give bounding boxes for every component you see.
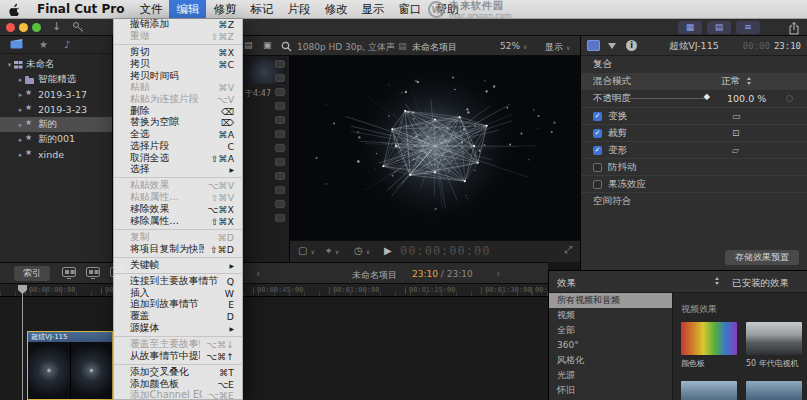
timeline-ruler[interactable]: 00:00:00:0000:00:15:0000:00:30:0000:00:4… bbox=[0, 284, 548, 297]
menu-item[interactable]: 追加到故事情节 E bbox=[114, 299, 242, 311]
effect-thumbnail[interactable] bbox=[681, 381, 737, 400]
menubar-menu[interactable]: 片段 bbox=[280, 0, 317, 18]
menubar-menu[interactable]: 显示 bbox=[354, 0, 391, 18]
sidebar-item[interactable]: 智能精选 bbox=[0, 72, 112, 87]
menu-item[interactable]: 取消全选 ⇧⌘A bbox=[114, 152, 242, 164]
effect-thumbnail[interactable]: 颜色板 bbox=[681, 322, 737, 369]
tool-mode-icon[interactable]: ▭ bbox=[732, 111, 741, 121]
tab-photos-icon[interactable]: ★ bbox=[39, 40, 48, 50]
tool-mode-icon[interactable]: ⊡ bbox=[732, 128, 740, 138]
effects-category-item[interactable]: 光源 bbox=[549, 368, 672, 383]
sidebar-item[interactable]: 新的001 bbox=[0, 132, 112, 147]
sidebar-item[interactable]: xinde bbox=[0, 147, 112, 162]
effect-checkbox[interactable] bbox=[593, 180, 602, 189]
effects-category-item[interactable]: 风格化 bbox=[549, 353, 672, 368]
import-media-icon[interactable]: ↓ bbox=[52, 20, 61, 33]
retime-popup-icon[interactable]: ◷∨ bbox=[354, 245, 370, 256]
effects-popup-icon[interactable]: ⌖∨ bbox=[326, 245, 339, 257]
inspector-row[interactable]: 果冻效应 bbox=[581, 175, 807, 192]
menu-item[interactable]: 粘贴 ⌘V bbox=[114, 82, 242, 94]
effects-category-item[interactable]: 所有视频和音频 bbox=[549, 293, 672, 308]
menu-item[interactable]: 拷贝 ⌘C bbox=[114, 59, 242, 71]
menu-item[interactable]: 将项目复制为快照 ⇧⌘D bbox=[114, 243, 242, 255]
menu-item[interactable]: 选择片段 C bbox=[114, 140, 242, 152]
inspector-row[interactable]: 变换 ▭ bbox=[581, 107, 807, 124]
monitor-icon[interactable] bbox=[86, 267, 100, 277]
menu-item[interactable]: 插入 W bbox=[114, 287, 242, 299]
disclosure-triangle-icon[interactable] bbox=[16, 151, 25, 159]
menu-item[interactable]: 连接到主要故事情节 Q bbox=[114, 276, 242, 288]
close-window-button[interactable] bbox=[6, 23, 15, 32]
menu-item[interactable]: 全选 ⌘A bbox=[114, 129, 242, 141]
menu-item[interactable]: 粘贴属性… ⇧⌘V bbox=[114, 192, 242, 204]
effect-thumbnail[interactable] bbox=[746, 381, 802, 400]
viewer-canvas[interactable] bbox=[290, 56, 580, 240]
clip-appearance-icon[interactable]: ▤ bbox=[244, 40, 253, 50]
inspector-row[interactable]: 裁剪 ⊡ bbox=[581, 124, 807, 141]
playhead[interactable] bbox=[22, 285, 23, 400]
inspector-row[interactable]: 复合 bbox=[581, 56, 807, 73]
show-inspector-button[interactable]: ≡ bbox=[736, 21, 760, 34]
keyword-editor-icon[interactable] bbox=[72, 21, 84, 36]
menu-item[interactable]: 覆盖至主要故事情节 ⌥⌘↓ bbox=[114, 339, 242, 351]
timeline-clip[interactable]: 超炫VJ-115 bbox=[27, 331, 113, 400]
apple-menu-icon[interactable] bbox=[0, 0, 29, 18]
menu-item[interactable]: 选择 ▶ bbox=[114, 164, 242, 176]
app-name[interactable]: Final Cut Pro bbox=[29, 0, 132, 18]
menu-item[interactable]: 粘贴为连接片段 ⌥V bbox=[114, 94, 242, 106]
menubar-menu[interactable]: 标记 bbox=[243, 0, 280, 18]
menu-item[interactable]: 移除效果 ⌥⌘X bbox=[114, 204, 242, 216]
inspector-row[interactable]: 不透明度 100.0 % bbox=[581, 90, 807, 107]
effect-thumbnail[interactable]: 50 年代电视机 bbox=[746, 322, 802, 369]
effects-category-item[interactable]: 视频 bbox=[549, 308, 672, 323]
sidebar-item[interactable]: 新的 bbox=[0, 117, 112, 132]
sidebar-item[interactable]: 未命名 bbox=[0, 57, 112, 72]
fullscreen-icon[interactable]: ⤢ bbox=[564, 244, 572, 256]
menubar-menu[interactable]: 窗口 bbox=[391, 0, 428, 18]
save-effects-preset-button[interactable]: 存储效果预置 bbox=[725, 250, 799, 265]
disclosure-triangle-icon[interactable] bbox=[5, 61, 14, 69]
menu-item[interactable]: 拷贝时间码 bbox=[114, 70, 242, 82]
menubar-menu[interactable]: 修剪 bbox=[206, 0, 243, 18]
menu-item[interactable]: 源媒体 ▶ bbox=[114, 322, 242, 334]
menu-item[interactable]: 删除 ⌫ bbox=[114, 105, 242, 117]
viewer-view-popup[interactable]: 显示∨ bbox=[545, 41, 570, 54]
disclosure-triangle-icon[interactable] bbox=[16, 121, 25, 129]
play-button[interactable]: ▶ bbox=[384, 245, 392, 256]
viewer-zoom-popup[interactable]: 52%∨ bbox=[500, 41, 527, 51]
menu-item[interactable]: 从故事情节中提取 ⌥⌘↑ bbox=[114, 350, 242, 362]
tab-music-icon[interactable]: ♪ bbox=[64, 40, 70, 50]
zoom-window-button[interactable] bbox=[32, 23, 41, 32]
disclosure-triangle-icon[interactable] bbox=[16, 91, 25, 99]
menu-item[interactable]: 替换为空隙 ⌦ bbox=[114, 117, 242, 129]
keyframe-reset-icon[interactable] bbox=[786, 95, 793, 102]
show-timeline-button[interactable]: ▤ bbox=[707, 21, 731, 34]
popup-stepper-icon[interactable] bbox=[747, 77, 751, 85]
menu-item[interactable]: 剪切 ⌘X bbox=[114, 47, 242, 59]
inspector-row[interactable]: 空间符合 bbox=[581, 192, 807, 209]
menu-item[interactable]: 覆盖 D bbox=[114, 311, 242, 323]
menubar-menu[interactable]: 编辑 bbox=[169, 0, 206, 18]
effects-category-item[interactable]: 全部 bbox=[549, 323, 672, 338]
tool-mode-icon[interactable]: ▱ bbox=[732, 145, 739, 155]
menu-item[interactable]: 关键帧 ▶ bbox=[114, 259, 242, 271]
menu-item[interactable]: 粘贴效果 ⌥⌘V bbox=[114, 180, 242, 192]
timeline-track-area[interactable]: 超炫VJ-115 bbox=[0, 297, 548, 400]
effect-checkbox[interactable] bbox=[593, 146, 602, 155]
effect-checkbox[interactable] bbox=[593, 163, 602, 172]
next-project-arrow[interactable]: › bbox=[496, 267, 500, 280]
effect-checkbox[interactable] bbox=[593, 112, 602, 121]
menubar-menu[interactable]: 文件 bbox=[132, 0, 169, 18]
inspector-row[interactable]: 变形 ▱ bbox=[581, 141, 807, 158]
menu-item[interactable]: 重做 ⇧⌘Z bbox=[114, 31, 242, 43]
menu-item[interactable]: 添加颜色板 ⌥E bbox=[114, 378, 242, 390]
minimize-window-button[interactable] bbox=[19, 23, 28, 32]
opacity-slider[interactable] bbox=[625, 98, 707, 99]
timeline-index-button[interactable]: 索引 bbox=[14, 266, 50, 281]
sidebar-item[interactable]: 2019-3-23 bbox=[0, 102, 112, 117]
menubar-menu[interactable]: 修改 bbox=[317, 0, 354, 18]
menu-item[interactable]: 移除属性… ⇧⌘X bbox=[114, 215, 242, 227]
menu-item[interactable]: 添加交叉叠化 ⌘T bbox=[114, 367, 242, 379]
menu-item[interactable]: 撤销添加 ⌘Z bbox=[114, 19, 242, 31]
effects-category-item[interactable]: 怀旧 bbox=[549, 383, 672, 398]
